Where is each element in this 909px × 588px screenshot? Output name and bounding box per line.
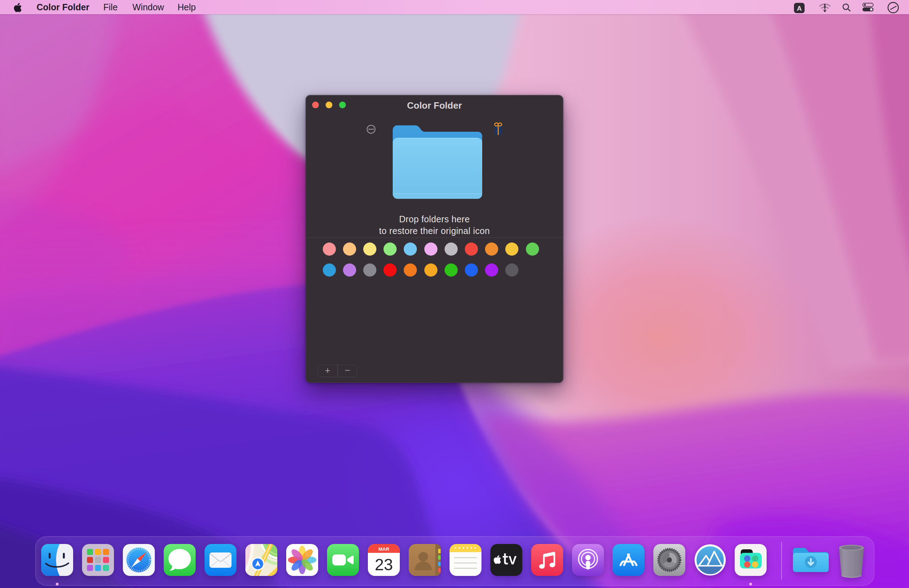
svg-text:23: 23 bbox=[375, 555, 393, 574]
svg-text:MAR: MAR bbox=[378, 546, 389, 552]
svg-text:A: A bbox=[797, 5, 802, 12]
